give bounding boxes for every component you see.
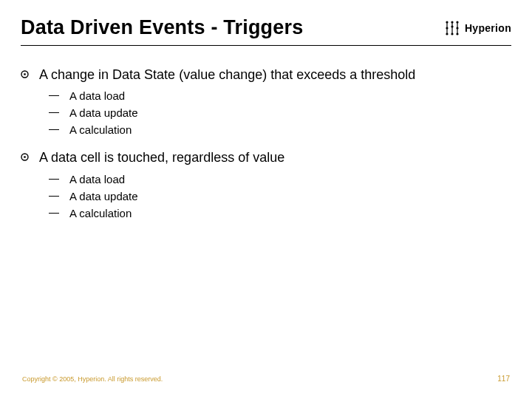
sub-text: A data update <box>69 105 138 120</box>
svg-point-13 <box>451 33 453 35</box>
slide-header: Data Driven Events - Triggers Hyperion <box>21 16 511 46</box>
page-number: 117 <box>497 375 510 383</box>
dash-icon: — <box>49 88 62 103</box>
svg-point-12 <box>446 33 448 35</box>
bullet-icon <box>21 153 29 161</box>
copyright-text: Copyright © 2005, Hyperion. All rights r… <box>22 375 163 383</box>
hyperion-logo-icon <box>444 20 460 36</box>
sub-item: —A data load <box>49 88 511 103</box>
sub-item: —A data load <box>49 171 511 187</box>
sub-list: —A data load —A data update —A calculati… <box>49 88 511 137</box>
bullet-text: A data cell is touched, regardless of va… <box>39 149 284 166</box>
sub-item: —A calculation <box>49 205 511 221</box>
brand: Hyperion <box>444 20 511 36</box>
bullet-text: A change in Data State (value change) th… <box>39 66 415 83</box>
svg-rect-10 <box>451 27 452 33</box>
sub-text: A calculation <box>69 205 132 221</box>
svg-rect-3 <box>446 23 447 27</box>
sub-item: —A calculation <box>49 122 511 137</box>
bullet-row: A change in Data State (value change) th… <box>21 66 511 83</box>
sub-list: —A data load —A data update —A calculati… <box>49 171 511 221</box>
dash-icon: — <box>49 171 62 186</box>
bullet-icon <box>21 70 29 78</box>
slide-body: A change in Data State (value change) th… <box>21 66 511 233</box>
bullet-item: A data cell is touched, regardless of va… <box>21 149 511 220</box>
slide: Data Driven Events - Triggers Hyperion <box>0 0 532 399</box>
dash-icon: — <box>49 105 62 120</box>
dash-icon: — <box>49 188 62 203</box>
bullet-item: A change in Data State (value change) th… <box>21 66 511 137</box>
slide-footer: Copyright © 2005, Hyperion. All rights r… <box>22 375 510 383</box>
svg-rect-18 <box>24 157 25 158</box>
svg-rect-11 <box>457 29 457 33</box>
brand-name: Hyperion <box>465 22 511 34</box>
sub-text: A data update <box>69 188 138 204</box>
dash-icon: — <box>49 122 62 137</box>
sub-text: A data load <box>69 88 125 103</box>
sub-item: —A data update <box>49 105 511 120</box>
svg-rect-9 <box>446 29 447 33</box>
bullet-row: A data cell is touched, regardless of va… <box>21 149 511 166</box>
svg-rect-5 <box>457 23 457 27</box>
slide-title: Data Driven Events - Triggers <box>21 16 303 39</box>
sub-item: —A data update <box>49 188 511 204</box>
sub-text: A data load <box>69 171 125 187</box>
sub-text: A calculation <box>69 122 132 137</box>
dash-icon: — <box>49 205 62 220</box>
svg-rect-16 <box>24 73 25 75</box>
svg-point-14 <box>456 33 458 35</box>
